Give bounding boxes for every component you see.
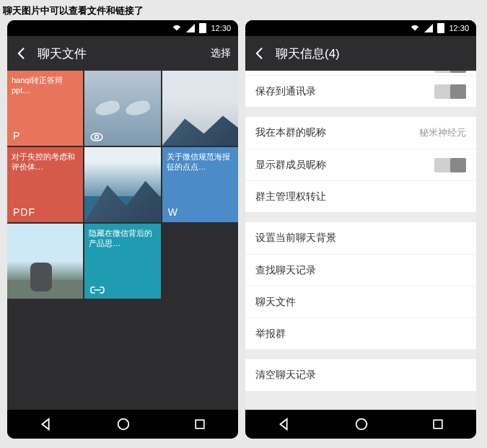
phone-right: 12:30 聊天信息(4) 保存到通讯录 我在本群的昵称 秘米神经元 [245,20,476,439]
svg-point-1 [118,419,129,430]
row-label: 查找聊天记录 [255,264,466,277]
image-tile[interactable] [7,224,83,299]
toggle-switch[interactable] [434,84,466,99]
eye-icon [90,133,103,141]
back-icon[interactable] [14,46,29,61]
row-set-background[interactable]: 设置当前聊天背景 [245,222,476,254]
toggle-switch[interactable] [434,158,466,172]
link-icon [90,286,105,294]
row-transfer-admin[interactable]: 群主管理权转让 [245,180,476,212]
toggle-switch[interactable] [434,71,466,73]
row-save-contacts[interactable]: 保存到通讯录 [245,75,476,107]
file-tile-link[interactable]: 隐藏在微信背后的产品思… [84,224,160,299]
nav-back-icon[interactable] [38,416,54,432]
settings-list: 保存到通讯录 我在本群的昵称 秘米神经元 显示群成员昵称 群主管理权转让 [245,71,476,410]
image-tile[interactable] [84,71,160,146]
tile-caption: 关于微信规范海报征的点点… [167,151,234,172]
row-label: 群主管理权转让 [255,190,466,203]
svg-point-3 [356,419,367,430]
tile-badge: W [168,206,178,218]
nav-home-icon[interactable] [354,416,369,432]
row-label: 清空聊天记录 [255,369,466,382]
appbar-right: 聊天信息(4) [245,36,476,71]
wifi-icon [172,24,182,32]
row-label: 我在本群的昵称 [255,126,419,139]
wifi-icon [410,24,420,32]
row-search-history[interactable]: 查找聊天记录 [245,254,476,286]
tile-caption: 隐藏在微信背后的产品思… [89,228,156,249]
empty-tile [162,224,238,299]
nav-home-icon[interactable] [115,416,131,432]
files-grid: hanqi转正答辩ppt… P 对于失控的考虑和评价体… PDF [7,71,238,410]
battery-icon [199,23,206,33]
appbar-title: 聊天信息(4) [276,45,469,62]
svg-rect-4 [434,420,442,429]
select-button[interactable]: 选择 [211,47,231,60]
navbar [245,410,476,439]
nav-back-icon[interactable] [276,416,292,432]
image-tile[interactable] [162,71,238,146]
row-label: 举报群 [255,328,466,341]
row-label: 聊天文件 [255,296,466,309]
row-label: 设置当前聊天背景 [255,232,466,245]
image-tile[interactable] [84,147,160,222]
battery-icon [437,23,444,33]
status-time: 12:30 [449,24,469,32]
row-my-nickname[interactable]: 我在本群的昵称 秘米神经元 [245,117,476,149]
file-tile-pdf[interactable]: 对于失控的考虑和评价体… PDF [7,147,83,222]
status-time: 12:30 [211,24,231,32]
back-icon[interactable] [253,46,267,61]
row-clear-history[interactable]: 清空聊天记录 [245,359,476,391]
row-label: 显示群成员昵称 [255,159,434,172]
statusbar: 12:30 [245,20,476,36]
tile-caption: 对于失控的考虑和评价体… [12,151,79,172]
tile-caption: hanqi转正答辩ppt… [12,75,79,96]
nav-recents-icon[interactable] [431,417,445,431]
file-tile-word[interactable]: 关于微信规范海报征的点点… W [162,147,238,222]
row-show-nickname[interactable]: 显示群成员昵称 [245,149,476,180]
page-caption: 聊天图片中可以查看文件和链接了 [0,0,487,20]
nav-recents-icon[interactable] [193,417,207,431]
row-report-group[interactable]: 举报群 [245,317,476,349]
file-tile-ppt[interactable]: hanqi转正答辩ppt… P [7,71,83,146]
navbar [7,410,238,439]
statusbar: 12:30 [7,20,238,36]
appbar-title: 聊天文件 [38,45,211,62]
row-chat-files[interactable]: 聊天文件 [245,286,476,317]
row-value: 秘米神经元 [419,126,466,139]
phone-left: 12:30 聊天文件 选择 hanqi转正答辩ppt… P [7,20,238,439]
appbar-left: 聊天文件 选择 [7,36,238,71]
row-label: 保存到通讯录 [255,85,434,98]
tile-badge: PDF [13,206,35,218]
tile-badge: P [13,130,20,141]
svg-rect-2 [196,420,204,429]
signal-icon [424,24,433,32]
signal-icon [186,24,195,32]
svg-point-0 [95,136,99,139]
